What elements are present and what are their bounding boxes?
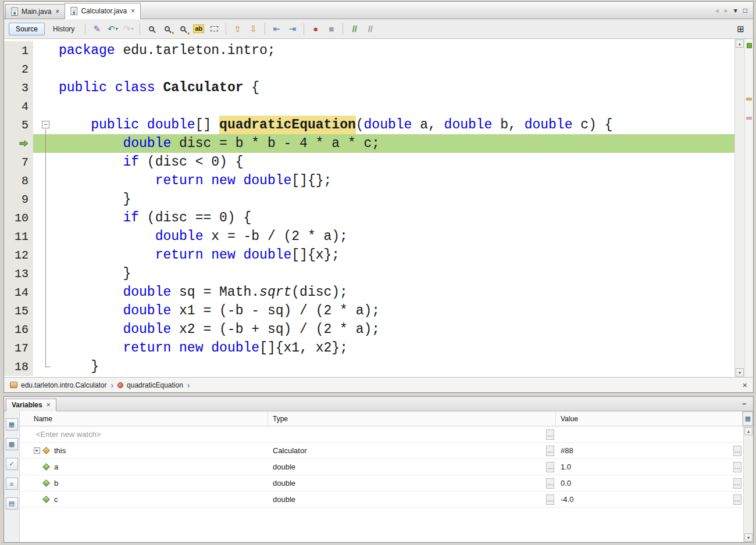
code-line-text[interactable]: } [59,190,734,209]
line-number-15[interactable]: 15 [4,302,33,320]
line-number-1[interactable]: 1 [4,41,33,60]
uncomment-icon[interactable]: // [363,22,377,36]
code-line-12[interactable]: 12 return new double[]{x}; [4,246,734,264]
breadcrumb-close-icon[interactable]: × [743,381,747,390]
code-line-9[interactable]: 9 } [4,190,734,209]
code-line-text[interactable]: if (disc == 0) { [59,209,734,227]
code-line-text[interactable] [59,60,734,78]
type-ellipsis-button[interactable]: … [546,429,554,440]
split-window-icon[interactable]: ⊞ [733,22,748,36]
scroll-down-button[interactable]: ▼ [736,368,744,377]
code-line-7[interactable]: 7 if (disc < 0) { [4,153,734,171]
variables-scrollbar[interactable]: ▲ ▼ [743,426,753,542]
column-header-value[interactable]: Value [556,411,743,426]
code-line-text[interactable]: } [59,264,734,283]
column-header-name[interactable]: Name [20,411,268,426]
code-line-5[interactable]: 5− public double[] quadraticEquation(dou… [4,116,734,134]
close-tab-icon[interactable]: × [131,7,135,15]
line-number-13[interactable]: 13 [4,264,33,283]
code-line-text[interactable]: if (disc < 0) { [59,153,734,171]
code-line-3[interactable]: 3public class Calculator { [4,78,734,97]
table-options-button[interactable]: ▦ [743,411,753,426]
code-line-4[interactable]: 4 [4,97,734,116]
variable-row-this[interactable]: +thisCalculator…#88… [20,443,743,459]
fold-margin[interactable]: − [33,116,59,134]
variable-row-c[interactable]: cdouble…-4.0… [20,492,743,508]
maximize-window-button[interactable]: □ [743,7,747,14]
code-line-2[interactable]: 2 [4,60,734,78]
editor-tab-main-java[interactable]: Main.java× [5,4,65,19]
minimize-panel-button[interactable]: − [742,400,746,407]
code-editor[interactable]: 1package edu.tarleton.intro;23public cla… [4,39,753,377]
expand-toggle[interactable]: + [31,447,42,454]
code-line-text[interactable]: public class Calculator { [59,78,734,97]
line-number-5[interactable]: 5 [4,116,33,134]
code-line-14[interactable]: 14 double sq = Math.sqrt(disc); [4,283,734,302]
code-line-10[interactable]: 10 if (disc == 0) { [4,209,734,227]
shift-line-right-icon[interactable]: ⇥ [285,22,299,36]
variables-tab[interactable]: Variables × [6,399,56,411]
line-number-8[interactable]: 8 [4,171,33,190]
history-view-button[interactable]: History [46,23,81,35]
variable-filters-icon[interactable]: ≡ [6,478,18,490]
code-line-text[interactable]: double sq = Math.sqrt(disc); [59,283,734,302]
new-watch-placeholder[interactable]: <Enter new watch> [31,430,101,439]
back-icon[interactable]: ↶▾ [105,22,120,36]
breadcrumb-item-0[interactable]: edu.tarleton.intro.Calculator [10,381,106,389]
code-line-15[interactable]: 15 double x1 = (-b - sq) / (2 * a); [4,302,734,320]
next-bookmark-icon[interactable]: ⇩ [246,22,261,36]
close-variables-icon[interactable]: × [47,401,51,409]
line-number-18[interactable]: 18 [4,357,33,376]
value-ellipsis-button[interactable]: … [733,478,741,489]
code-line-16[interactable]: 16 double x2 = (-b + sq) / (2 * a); [4,320,734,339]
variable-row-b[interactable]: bdouble…0.0… [20,475,743,492]
line-number-9[interactable]: 9 [4,190,33,209]
toggle-rectangular-selection-icon[interactable] [207,22,222,36]
show-evaluation-result-icon[interactable]: ✓ [6,458,18,470]
find-selection-icon[interactable] [144,22,159,36]
forward-icon[interactable]: ↷▾ [121,22,135,36]
code-line-18[interactable]: 18 } [4,357,734,376]
line-number-7[interactable]: 7 [4,153,33,171]
code-line-17[interactable]: 17 return new double[]{x1, x2}; [4,339,734,357]
editor-tab-calculator-java[interactable]: Calculator.java× [65,3,141,19]
code-line-text[interactable]: return new double[]{}; [59,171,734,190]
close-tab-icon[interactable]: × [55,8,59,16]
value-ellipsis-button[interactable]: … [733,494,741,505]
line-number-12[interactable]: 12 [4,246,33,264]
line-number-11[interactable]: 11 [4,227,33,246]
show-watches-icon[interactable]: ▦ [6,418,18,431]
find-previous-occurrence-icon[interactable]: ▴ [176,22,190,36]
code-line-text[interactable]: public double[] quadraticEquation(double… [59,116,734,134]
type-ellipsis-button[interactable]: … [546,478,554,489]
current-line-stripe-mark[interactable] [746,117,752,120]
toggle-highlight-search-icon[interactable]: ab [191,22,206,36]
program-counter-gutter[interactable] [4,134,33,153]
tab-list-dropdown-button[interactable]: ▾ [734,7,737,14]
code-line-text[interactable]: } [59,357,734,376]
open-watch-editor-icon[interactable]: ▤ [6,497,18,510]
expand-plus-icon[interactable]: + [34,447,40,454]
code-line-11[interactable]: 11 double x = -b / (2 * a); [4,227,734,246]
error-stripe[interactable] [744,39,753,377]
line-number-14[interactable]: 14 [4,283,33,302]
line-number-10[interactable]: 10 [4,209,33,227]
variables-scroll-down-button[interactable]: ▼ [744,533,753,542]
code-line-text[interactable] [59,97,734,116]
value-ellipsis-button[interactable]: … [733,462,741,472]
code-line-8[interactable]: 8 return new double[]{}; [4,171,734,190]
code-line-13[interactable]: 13 } [4,264,734,283]
last-edit-location-icon[interactable]: ✎ [90,22,104,36]
code-line-1[interactable]: 1package edu.tarleton.intro; [4,41,734,60]
value-ellipsis-button[interactable]: … [733,446,741,456]
shift-line-left-icon[interactable]: ⇤ [269,22,284,36]
variable-row-new-watch[interactable]: <Enter new watch>… [20,426,743,443]
code-line-text[interactable]: return new double[]{x}; [59,246,734,264]
code-line-text[interactable]: return new double[]{x1, x2}; [59,339,734,357]
occurrence-stripe-mark[interactable] [746,98,752,101]
type-ellipsis-button[interactable]: … [546,446,554,456]
type-ellipsis-button[interactable]: … [546,494,554,505]
create-fixed-watch-icon[interactable]: ▩ [6,438,18,450]
scroll-up-button[interactable]: ▲ [736,40,744,48]
code-line-text[interactable]: double disc = b * b - 4 * a * c; [59,134,734,153]
